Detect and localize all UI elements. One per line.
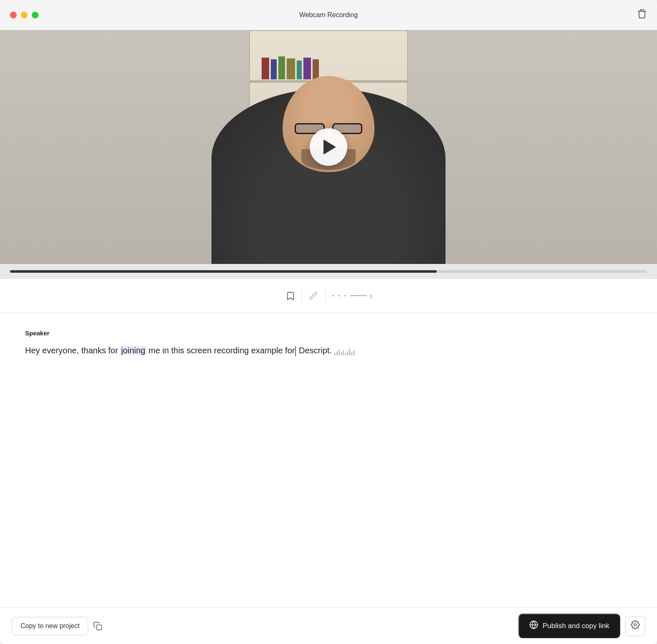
maximize-button[interactable] [32,12,38,18]
svg-rect-0 [97,625,102,630]
bookmark-button[interactable] [280,287,300,304]
progress-fill [10,270,437,273]
publish-button-label: Publish and copy link [542,622,609,630]
waveform-bar [334,353,336,355]
toolbar-divider-2 [325,290,326,302]
waveform-bar [347,351,348,355]
play-icon [323,139,336,155]
bottom-left-group: Copy to new project [12,617,102,635]
title-bar-right [637,9,647,21]
waveform-bar [343,350,344,355]
publish-copy-link-button[interactable]: Publish and copy link [518,614,620,638]
transcript-text[interactable]: Hey everyone, thanks for joining me in t… [25,343,632,357]
waveform-bar [345,353,346,355]
progress-bar-area[interactable] [0,264,657,279]
app-window: Webcam Recording [0,0,657,644]
waveform-bar [339,350,340,355]
speaker-label: Speaker [25,330,632,337]
waveform-bar [351,352,352,355]
content-area: Speaker Hey everyone, thanks for joining… [0,313,657,607]
waveform-bar [349,349,350,355]
text-after-highlight: me in this screen recording example for [146,346,295,355]
highlighted-word: joining [120,346,146,355]
gear-icon [631,620,640,631]
style-line [350,295,367,296]
traffic-lights [10,12,38,18]
play-button[interactable] [310,128,347,166]
copy-to-project-label: Copy to new project [20,622,79,630]
style-label: s [369,292,373,299]
waveform-bar [336,351,338,355]
trash-icon[interactable] [637,9,647,21]
progress-track[interactable] [10,270,647,273]
dots-icon: • • • [332,292,348,299]
text-before-highlight: Hey everyone, thanks for [25,346,120,355]
minimize-button[interactable] [21,12,28,18]
settings-button[interactable] [625,616,645,636]
video-player[interactable] [0,30,657,264]
close-button[interactable] [10,12,17,18]
svg-point-3 [634,624,637,626]
copy-icon[interactable] [93,621,102,631]
title-bar: Webcam Recording [0,0,657,30]
bottom-right-group: Publish and copy link [518,614,645,638]
waveform-bar [353,350,354,355]
window-title: Webcam Recording [299,11,358,19]
audio-waveform [334,347,354,355]
edit-button[interactable] [303,287,323,304]
toolbar-divider-1 [301,290,302,302]
globe-icon [529,620,538,631]
bottom-bar: Copy to new project Publish and cop [0,607,657,644]
editor-toolbar: • • • s [0,279,657,313]
copy-to-project-button[interactable]: Copy to new project [12,617,88,635]
waveform-bar [341,352,342,355]
style-group: • • • s [327,292,378,299]
text-after-cursor: Descript. [296,346,331,355]
